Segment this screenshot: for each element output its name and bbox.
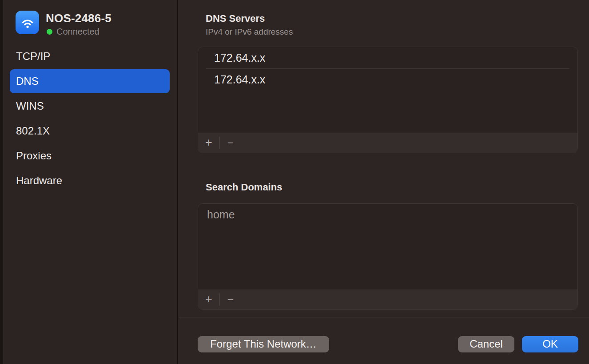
- remove-dns-server-button[interactable]: −: [220, 133, 241, 153]
- search-domains-title: Search Domains: [206, 182, 282, 193]
- network-details-sheet: NOS-2486-5 Connected TCP/IP DNS WINS 802…: [0, 0, 589, 364]
- dns-servers-title: DNS Servers: [206, 13, 265, 24]
- sidebar-item-wins[interactable]: WINS: [10, 94, 170, 118]
- desktop-edge: [0, 0, 3, 364]
- dns-server-row[interactable]: 172.64.x.x: [198, 69, 577, 90]
- wifi-icon: [16, 11, 39, 34]
- search-domains-list-toolbar: + −: [198, 289, 577, 309]
- sidebar: NOS-2486-5 Connected TCP/IP DNS WINS 802…: [3, 0, 178, 364]
- search-domain-row[interactable]: home: [198, 204, 577, 225]
- connection-status: Connected: [47, 27, 99, 37]
- footer-divider: [179, 317, 589, 317]
- search-domains-list: home + −: [198, 203, 578, 310]
- dns-servers-list-toolbar: + −: [198, 133, 577, 153]
- sidebar-item-proxies[interactable]: Proxies: [10, 144, 170, 168]
- sidebar-item-hardware[interactable]: Hardware: [10, 169, 170, 193]
- add-dns-server-button[interactable]: +: [198, 133, 219, 153]
- forget-network-button[interactable]: Forget This Network…: [198, 336, 329, 352]
- sidebar-item-dns[interactable]: DNS: [10, 69, 170, 93]
- add-search-domain-button[interactable]: +: [198, 289, 219, 309]
- connection-status-label: Connected: [56, 27, 99, 37]
- dns-servers-subtitle: IPv4 or IPv6 addresses: [206, 27, 293, 37]
- dns-server-row[interactable]: 172.64.x.x: [198, 47, 577, 68]
- dns-pane: DNS Servers IPv4 or IPv6 addresses 172.6…: [179, 0, 589, 364]
- ok-button[interactable]: OK: [522, 336, 578, 352]
- sidebar-item-8021x[interactable]: 802.1X: [10, 119, 170, 143]
- remove-search-domain-button[interactable]: −: [220, 289, 241, 309]
- cancel-button[interactable]: Cancel: [458, 336, 514, 352]
- sidebar-item-tcpip[interactable]: TCP/IP: [10, 44, 170, 68]
- sidebar-menu: TCP/IP DNS WINS 802.1X Proxies Hardware: [10, 44, 170, 194]
- connected-dot-icon: [47, 29, 52, 35]
- network-name: NOS-2486-5: [46, 12, 179, 25]
- dns-servers-list: 172.64.x.x 172.64.x.x + −: [198, 47, 578, 153]
